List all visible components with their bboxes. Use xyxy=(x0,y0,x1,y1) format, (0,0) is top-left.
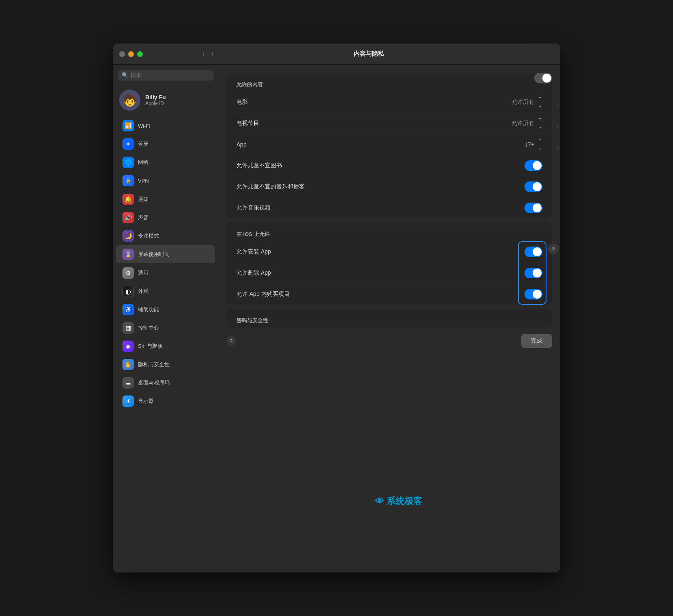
user-name: Billy Fu xyxy=(145,94,166,100)
sidebar-item-controlcenter[interactable]: ▦ 控制中心 xyxy=(116,319,215,337)
siri-icon: ◉ xyxy=(122,341,134,352)
master-toggle-switch[interactable] xyxy=(534,73,552,83)
sidebar-item-general[interactable]: ⚙ 通用 xyxy=(116,264,215,282)
content-area: 🔍 🧒 Billy Fu Apple ID 📶 Wi-Fi ✦ xyxy=(113,65,560,572)
allowed-content-panel: 允许的内容 电影 允许所有 ⌃⌄ 电视节目 允许所有 xyxy=(227,73,552,218)
wifi-icon: 📶 xyxy=(122,120,134,131)
sidebar-item-siri[interactable]: ◉ Siri 与聚焦 xyxy=(116,337,215,355)
music-video-label: 允许音乐视频 xyxy=(236,204,271,212)
ios-allow-panel: 在 iOS 上允许 允许安装 App 允许删除 App xyxy=(227,223,552,305)
sidebar-label-general: 通用 xyxy=(138,269,149,277)
sidebar-label-bluetooth: 蓝牙 xyxy=(138,140,149,148)
in-app-purchase-label: 允许 App 内购买项目 xyxy=(236,291,290,298)
apps-value: 17+ xyxy=(524,141,534,148)
movies-value: 允许所有 xyxy=(511,98,534,106)
sidebar-item-sound[interactable]: 🔊 声音 xyxy=(116,209,215,227)
sidebar-item-privacy[interactable]: ✋ 隐私与安全性 xyxy=(116,356,215,374)
sidebar-system-section: 🔔 通知 🔊 声音 🌙 专注模式 ⌛ 屏幕使用时间 xyxy=(113,190,219,263)
sidebar-label-display: 显示器 xyxy=(138,398,154,405)
sidebar-item-bluetooth[interactable]: ✦ 蓝牙 xyxy=(116,135,215,153)
sidebar-label-privacy: 隐私与安全性 xyxy=(138,361,170,368)
sidebar-label-vpn: VPN xyxy=(138,178,149,184)
sidebar-item-wifi[interactable]: 📶 Wi-Fi xyxy=(116,117,215,135)
apps-control[interactable]: 17+ ⌃⌄ xyxy=(524,138,542,151)
search-bar[interactable]: 🔍 xyxy=(118,70,214,81)
network-icon: 🌐 xyxy=(122,157,134,168)
search-icon: 🔍 xyxy=(122,72,128,78)
install-app-row: 允许安装 App xyxy=(227,241,552,262)
master-toggle[interactable] xyxy=(534,73,552,83)
allowed-content-header: 允许的内容 xyxy=(227,73,552,92)
display-icon: ☀ xyxy=(122,395,134,407)
main-window: ‹ › 内容与隐私 🔍 🧒 Billy Fu Apple ID xyxy=(113,44,560,572)
delete-app-label: 允许删除 App xyxy=(236,269,271,277)
sidebar-item-display[interactable]: ☀ 显示器 xyxy=(116,392,215,410)
in-app-purchase-row: 允许 App 内购买项目 xyxy=(227,284,552,305)
sidebar-label-desktop: 桌面与程序坞 xyxy=(138,379,170,387)
explicit-music-toggle[interactable] xyxy=(524,181,542,192)
desktop-icon: ▬ xyxy=(122,377,134,389)
sidebar-label-focus: 专注模式 xyxy=(138,232,159,240)
titlebar: ‹ › 内容与隐私 xyxy=(113,44,560,65)
privacy-icon: ✋ xyxy=(122,359,134,370)
sidebar-item-screentime[interactable]: ⌛ 屏幕使用时间 xyxy=(116,245,215,263)
main-content: › › › ? 允许的内容 电影 允许所有 xyxy=(219,65,560,572)
sound-icon: 🔊 xyxy=(122,212,134,223)
sidebar-item-vpn[interactable]: 🔒 VPN xyxy=(116,172,215,190)
tvshows-control[interactable]: 允许所有 ⌃⌄ xyxy=(511,117,542,130)
childrens-books-toggle[interactable] xyxy=(524,160,542,171)
controlcenter-icon: ▦ xyxy=(122,322,134,334)
install-app-toggle[interactable] xyxy=(524,247,542,257)
apps-stepper-icon: ⌃⌄ xyxy=(538,138,542,151)
user-profile[interactable]: 🧒 Billy Fu Apple ID xyxy=(113,85,219,116)
watermark-icon: 👁 xyxy=(375,496,384,507)
sidebar-item-notifications[interactable]: 🔔 通知 xyxy=(116,190,215,208)
sidebar-label-network: 网络 xyxy=(138,159,149,166)
sidebar-label-accessibility: 辅助功能 xyxy=(138,306,159,313)
sidebar-item-focus[interactable]: 🌙 专注模式 xyxy=(116,227,215,245)
allowed-content-card: 允许的内容 电影 允许所有 ⌃⌄ 电视节目 允许所有 xyxy=(227,73,552,218)
minimize-button[interactable] xyxy=(128,51,134,57)
sidebar-prefs-section: ⚙ 通用 ◐ 外观 ♿ 辅助功能 ▦ 控制中心 ◉ Siri 与聚焦 xyxy=(113,264,219,410)
apps-label: App xyxy=(236,141,247,148)
watermark-text: 系统极客 xyxy=(387,495,422,507)
music-video-toggle[interactable] xyxy=(524,203,542,213)
sidebar-network-section: 📶 Wi-Fi ✦ 蓝牙 🌐 网络 🔒 VPN xyxy=(113,117,219,190)
general-icon: ⚙ xyxy=(122,267,134,279)
search-input[interactable] xyxy=(131,72,210,78)
sidebar: 🔍 🧒 Billy Fu Apple ID 📶 Wi-Fi ✦ xyxy=(113,65,219,572)
tvshows-label: 电视节目 xyxy=(236,120,259,127)
window-title: 内容与隐私 xyxy=(184,50,554,58)
chevron-right-apps: › xyxy=(557,144,559,151)
ios-allow-rows-container: 允许安装 App 允许删除 App 允许 App 内购买项目 xyxy=(227,241,552,305)
movies-stepper-icon: ⌃⌄ xyxy=(538,96,542,109)
delete-app-toggle[interactable] xyxy=(524,268,542,278)
movies-control[interactable]: 允许所有 ⌃⌄ xyxy=(511,96,542,109)
in-app-purchase-toggle[interactable] xyxy=(524,289,542,299)
ios-allow-header: 在 iOS 上允许 xyxy=(227,223,552,241)
tvshows-value: 允许所有 xyxy=(511,120,534,127)
appearance-icon: ◐ xyxy=(122,286,134,297)
sidebar-item-desktop[interactable]: ▬ 桌面与程序坞 xyxy=(116,374,215,392)
sidebar-label-siri: Siri 与聚焦 xyxy=(138,343,163,350)
accessibility-icon: ♿ xyxy=(122,304,134,315)
avatar: 🧒 xyxy=(119,90,140,111)
delete-app-row: 允许删除 App xyxy=(227,262,552,284)
childrens-books-row: 允许儿童不宜图书 xyxy=(227,155,552,176)
install-app-label: 允许安装 App xyxy=(236,248,271,256)
help-button[interactable]: ? xyxy=(227,336,236,345)
sidebar-item-accessibility[interactable]: ♿ 辅助功能 xyxy=(116,301,215,319)
sidebar-label-screentime: 屏幕使用时间 xyxy=(138,251,170,258)
sidebar-label-wifi: Wi-Fi xyxy=(138,123,150,129)
maximize-button[interactable] xyxy=(137,51,143,57)
sidebar-item-appearance[interactable]: ◐ 外观 xyxy=(116,282,215,300)
bluetooth-icon: ✦ xyxy=(122,138,134,150)
close-button[interactable] xyxy=(119,51,125,57)
sidebar-label-notifications: 通知 xyxy=(138,196,149,203)
childrens-books-label: 允许儿童不宜图书 xyxy=(236,162,282,169)
password-security-panel: 密码与安全性 xyxy=(227,309,552,328)
traffic-lights xyxy=(119,51,143,57)
done-button[interactable]: 完成 xyxy=(521,334,552,348)
sidebar-item-network[interactable]: 🌐 网络 xyxy=(116,153,215,171)
sidebar-label-controlcenter: 控制中心 xyxy=(138,324,159,332)
